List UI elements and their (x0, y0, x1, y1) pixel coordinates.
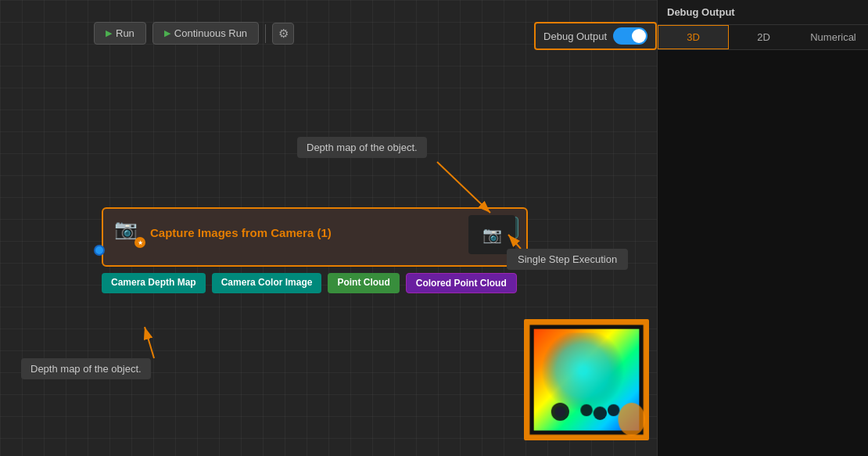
tooltip-depth-map-top: Depth map of the object. (297, 137, 427, 158)
toggle-knob (632, 29, 646, 43)
gear-icon: ⚙ (278, 27, 289, 41)
node-title: Capture Images from Camera (1) (150, 226, 502, 239)
node-card: 〰 ▼ 📷 ★ Capture Images from Camera (1) ?… (102, 207, 528, 267)
settings-button[interactable]: ⚙ (272, 23, 294, 45)
debug-panel-tabs: 3D 2D Numerical (658, 25, 868, 50)
continuous-run-button[interactable]: ▶ Continuous Run (152, 22, 259, 45)
tab-numerical[interactable]: Numerical (798, 25, 868, 49)
output-point-cloud[interactable]: Point Cloud (328, 273, 399, 293)
node-card-header: 📷 ★ Capture Images from Camera (1) ? (114, 218, 515, 246)
tooltip-depth-map-bottom: Depth map of the object. (21, 358, 151, 379)
run-label: Run (116, 27, 135, 39)
continuous-run-label: Continuous Run (174, 27, 247, 39)
node-icon-badge: ★ (135, 237, 145, 248)
debug-panel-content (658, 50, 868, 456)
continuous-play-icon: ▶ (164, 28, 170, 38)
tooltip-single-step: Single Step Execution (507, 249, 628, 270)
debug-panel: Debug Output 3D 2D Numerical (657, 0, 868, 456)
camera-preview-icon: 📷 (482, 225, 502, 244)
tab-2d[interactable]: 2D (729, 25, 798, 49)
output-colored-point-cloud[interactable]: Colored Point Cloud (406, 273, 517, 293)
badge-icon: ★ (138, 239, 143, 246)
debug-output-label: Debug Output (543, 31, 607, 42)
node-icon-wrap: 📷 ★ (114, 218, 142, 246)
node-block: 〰 ▼ 📷 ★ Capture Images from Camera (1) ?… (102, 207, 528, 293)
debug-panel-header: Debug Output (658, 0, 868, 25)
tooltip-depth-map-bottom-text: Depth map of the object. (30, 363, 142, 375)
output-camera-color-image[interactable]: Camera Color Image (212, 273, 322, 293)
play-icon: ▶ (106, 28, 112, 38)
debug-output-toggle-area: Debug Output (534, 22, 657, 50)
depth-preview (524, 319, 649, 440)
toolbar: ▶ Run ▶ Continuous Run ⚙ (94, 22, 294, 45)
debug-output-toggle[interactable] (613, 27, 647, 45)
output-camera-depth-map[interactable]: Camera Depth Map (102, 273, 206, 293)
tooltip-single-step-text: Single Step Execution (518, 253, 617, 265)
run-button[interactable]: ▶ Run (94, 22, 146, 45)
toolbar-divider (265, 24, 266, 43)
depth-canvas (526, 321, 647, 438)
debug-panel-title: Debug Output (667, 6, 735, 18)
connection-dot (94, 245, 105, 256)
camera-icon: 📷 (114, 218, 138, 239)
tab-3d[interactable]: 3D (658, 25, 729, 49)
tooltip-depth-map-top-text: Depth map of the object. (307, 142, 418, 153)
node-outputs: Camera Depth Map Camera Color Image Poin… (102, 273, 528, 293)
